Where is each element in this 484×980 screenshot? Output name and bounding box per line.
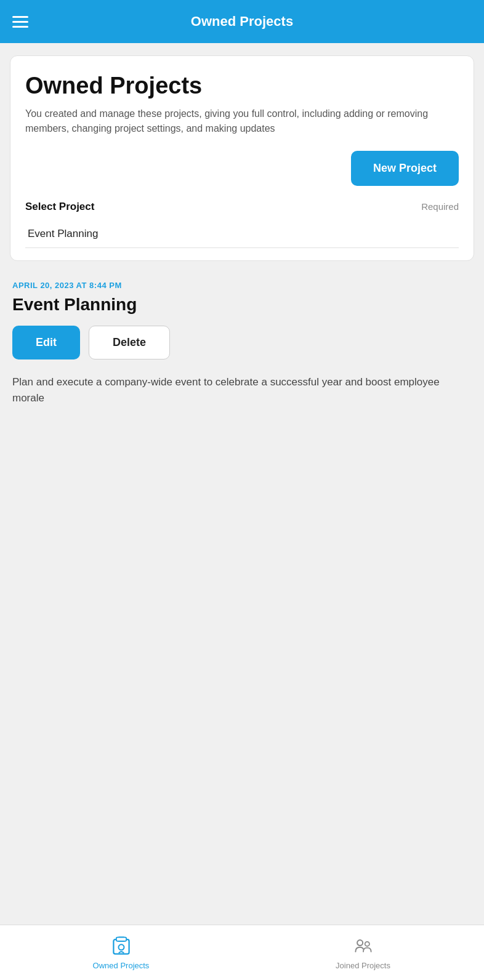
page-title: Owned Projects bbox=[191, 14, 293, 30]
card-description: You created and manage these projects, g… bbox=[25, 106, 459, 136]
project-date: APRIL 20, 2023 AT 8:44 PM bbox=[12, 281, 472, 290]
owned-projects-label: Owned Projects bbox=[93, 961, 150, 970]
svg-point-5 bbox=[365, 942, 369, 946]
project-option-event-planning[interactable]: Event Planning bbox=[25, 220, 459, 248]
project-detail-section: APRIL 20, 2023 AT 8:44 PM Event Planning… bbox=[10, 276, 474, 412]
edit-button[interactable]: Edit bbox=[12, 326, 80, 359]
svg-point-3 bbox=[118, 944, 124, 950]
main-content: Owned Projects You created and manage th… bbox=[0, 43, 484, 925]
bottom-nav: Owned Projects Joined Projects bbox=[0, 925, 484, 980]
new-project-row: New Project bbox=[25, 151, 459, 186]
action-buttons: Edit Delete bbox=[12, 326, 472, 359]
required-label: Required bbox=[421, 201, 459, 212]
top-nav: Owned Projects bbox=[0, 0, 484, 43]
card-title: Owned Projects bbox=[25, 73, 459, 99]
svg-rect-2 bbox=[116, 938, 126, 941]
project-name: Event Planning bbox=[12, 295, 472, 315]
delete-button[interactable]: Delete bbox=[89, 326, 170, 359]
nav-owned-projects[interactable]: Owned Projects bbox=[0, 925, 242, 980]
joined-projects-label: Joined Projects bbox=[336, 961, 390, 970]
owned-projects-icon bbox=[110, 935, 132, 957]
project-description: Plan and execute a company-wide event to… bbox=[12, 374, 472, 407]
new-project-button[interactable]: New Project bbox=[351, 151, 459, 186]
owned-projects-card: Owned Projects You created and manage th… bbox=[10, 55, 474, 261]
hamburger-menu[interactable] bbox=[12, 16, 28, 28]
joined-projects-icon bbox=[352, 935, 374, 957]
nav-joined-projects[interactable]: Joined Projects bbox=[242, 925, 484, 980]
svg-point-4 bbox=[357, 940, 363, 946]
select-project-label: Select Project bbox=[25, 201, 94, 213]
select-project-header: Select Project Required bbox=[25, 201, 459, 213]
